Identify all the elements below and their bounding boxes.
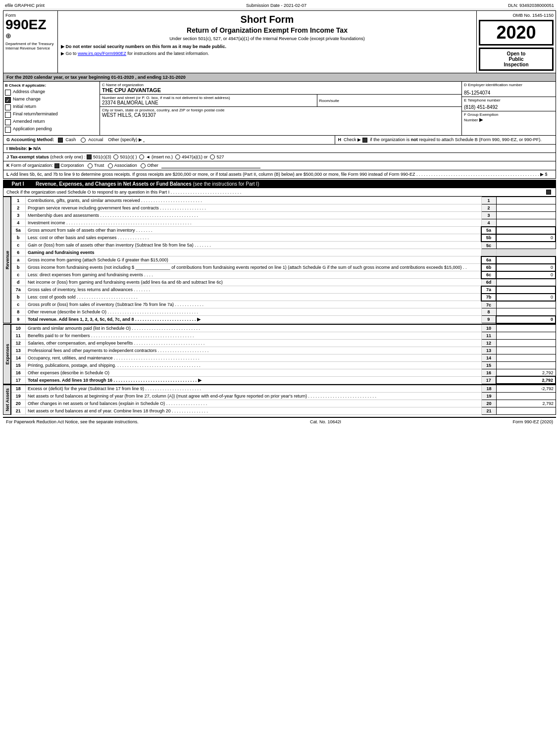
trust-radio[interactable]: [88, 163, 93, 168]
final-return-row: Final return/terminated: [5, 111, 98, 118]
initial-return-checkbox[interactable]: [5, 104, 11, 110]
insert-no-label: ◄ (insert no.): [146, 154, 172, 159]
part-i-label: Part I: [3, 180, 33, 188]
line-1-value: [496, 197, 556, 204]
net-assets-section-label: Net Assets: [3, 385, 11, 415]
amended-return-checkbox[interactable]: [5, 119, 11, 125]
c-label: C Name of organization: [102, 83, 459, 87]
other-org-radio[interactable]: [141, 163, 146, 168]
527-radio[interactable]: [210, 154, 215, 159]
501c3-checkbox[interactable]: [87, 154, 92, 159]
tax-exempt-section: J Tax-exempt status (check only one) : 5…: [3, 153, 556, 162]
pending-checkbox[interactable]: [5, 127, 11, 133]
schedule-o-text: Check if the organization used Schedule …: [6, 190, 241, 195]
final-return-checkbox[interactable]: [5, 112, 11, 118]
line-21-num: 21: [11, 407, 26, 415]
association-label: Association: [114, 163, 137, 168]
line-6c-desc: Less: direct expenses from gaming and fu…: [26, 271, 482, 279]
line-4-ref: 4: [481, 219, 496, 227]
line-6-desc: Gaming and fundraising events: [26, 249, 482, 256]
expenses-table: Expenses 10 Grants and similar amounts p…: [3, 324, 556, 385]
d-label: D Employer identification number: [464, 83, 554, 87]
527-label: 527: [216, 154, 224, 159]
amended-return-row: Amended return: [5, 119, 98, 125]
insert-no-radio[interactable]: [139, 154, 144, 159]
open-to-public-box: Open to Public Inspection: [479, 48, 554, 71]
line-2-ref: 2: [481, 204, 496, 212]
line-1-desc: Contributions, gifts, grants, and simila…: [26, 197, 482, 204]
top-bar: efile GRAPHIC print Submission Date - 20…: [3, 2, 556, 9]
association-radio[interactable]: [108, 163, 113, 168]
website-section: I Website: ▶ N/A: [3, 145, 556, 153]
omb-number: OMB No. 1545-1150: [479, 13, 554, 18]
b-check-label: B Check if applicable:: [5, 83, 98, 88]
line-10-num: 10: [11, 324, 26, 332]
line-7c-num: c: [11, 301, 26, 308]
line-12-num: 12: [11, 339, 26, 347]
line-5b-desc: Less: cost or other basis and sales expe…: [26, 234, 482, 242]
address-change-label: Address change: [13, 89, 45, 94]
h-checkbox[interactable]: [362, 138, 367, 143]
accrual-radio[interactable]: [81, 138, 86, 143]
h-text: if the organization is not required to a…: [370, 137, 542, 142]
501c3-label: 501(c)(3): [93, 154, 111, 159]
line-11-value: [496, 332, 556, 339]
line-8-desc: Other revenue (describe in Schedule O) .…: [26, 308, 482, 316]
line-17-ref: 17: [481, 376, 496, 384]
line-5a-value: [496, 227, 556, 234]
schedule-o-checkbox[interactable]: [546, 190, 551, 195]
line-5a-desc: Gross amount from sale of assets other t…: [26, 227, 482, 234]
corporation-checkbox[interactable]: [54, 163, 59, 168]
line-2-desc: Program service revenue including govern…: [26, 204, 482, 212]
revenue-section-label: Revenue: [3, 197, 11, 323]
line-5b-num: b: [11, 234, 26, 242]
line-7a-desc: Gross sales of inventory, less returns a…: [26, 286, 482, 294]
expenses-section-label: Expenses: [3, 324, 11, 384]
line-18-num: 18: [11, 385, 26, 393]
line-18-ref: 18: [482, 385, 497, 393]
line-5b-value: 0: [496, 234, 556, 242]
line-7a-num: 7a: [11, 286, 26, 294]
cash-checkbox[interactable]: [58, 138, 63, 143]
year-section: For the 2020 calendar year, or tax year …: [3, 73, 556, 82]
line-9-ref: 9: [481, 316, 496, 323]
line-17-num: 17: [11, 376, 26, 384]
4947a1-label: 4947(a)(1) or: [182, 154, 208, 159]
k-label: K Form of organization:: [6, 163, 54, 168]
footer: For Paperwork Reduction Act Notice, see …: [3, 417, 556, 426]
line-10-value: [496, 324, 556, 332]
room-suite-label: Room/suite: [319, 99, 460, 103]
name-change-label: Name change: [13, 97, 41, 101]
line-14-desc: Occupancy, rent, utilities, and maintena…: [26, 354, 482, 361]
line-10-ref: 10: [481, 324, 496, 332]
revenue-table: Revenue 1 Contributions, gifts, grants, …: [3, 197, 556, 324]
4947a1-radio[interactable]: [175, 154, 180, 159]
final-return-label: Final return/terminated: [13, 111, 58, 116]
address-change-row: Address change: [5, 89, 98, 96]
line-5c-ref: 5c: [481, 242, 496, 249]
footer-center: Cat. No. 10642I: [310, 419, 341, 424]
line-16-desc: Other expenses (describe in Schedule O): [26, 369, 482, 376]
website-value: N/A: [33, 146, 41, 151]
line-7c-value: [496, 301, 556, 308]
dln-number: DLN: 93492038000051: [508, 3, 554, 8]
e-label: E Telephone number: [464, 98, 554, 102]
line-19-num: 19: [11, 393, 26, 400]
line-20-num: 20: [11, 400, 26, 407]
line-13-value: [496, 347, 556, 354]
efile-label: efile GRAPHIC print: [5, 3, 45, 8]
line-20-desc: Other changes in net assets or fund bala…: [26, 400, 482, 407]
line-12-desc: Salaries, other compensation, and employ…: [26, 339, 482, 347]
net-assets-table: Net Assets 18 Excess or (deficit) for th…: [3, 384, 556, 415]
line-20-value: 2,792: [497, 400, 556, 407]
line-20-ref: 20: [482, 400, 497, 407]
name-change-checkbox[interactable]: [5, 97, 11, 103]
amended-return-label: Amended return: [13, 119, 45, 124]
address-change-checkbox[interactable]: [5, 90, 11, 96]
501c-radio[interactable]: [113, 154, 118, 159]
line-6c-ref: 6c: [481, 271, 496, 279]
line-6b-ref: 6b: [481, 264, 496, 271]
h-label: H: [338, 137, 342, 142]
part-i-title: Revenue, Expenses, and Changes in Net As…: [33, 180, 556, 188]
line-6d-value: [496, 279, 556, 286]
